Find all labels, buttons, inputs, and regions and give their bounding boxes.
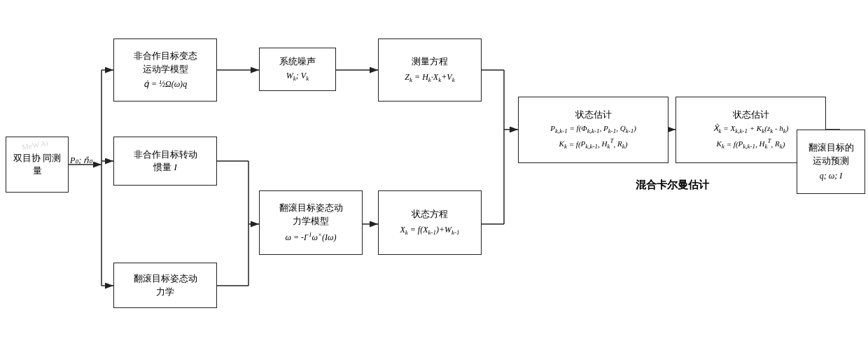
box-state-eq: 状态方程 Xk = f(Xk-1)+Wk-1	[378, 190, 482, 255]
mixed-kalman-title: 混合卡尔曼估计	[518, 179, 826, 192]
system-noise-formula: Wk; Vk	[286, 70, 309, 83]
box-system-noise: 系统噪声 Wk; Vk	[259, 48, 336, 91]
state-eq-formula: Xk = f(Xk-1)+Wk-1	[400, 224, 459, 237]
box-tumbling-attitude: 翻滚目标姿态动力学	[113, 263, 217, 308]
tumbling-attitude-title: 翻滚目标姿态动力学	[134, 272, 197, 298]
state-est2-title: 状态估计	[733, 109, 769, 121]
state-est2-formula1: X̂k = Xk,k-1 + Kk(zk - hk)	[713, 123, 789, 136]
box-state-est1: 状态估计 Pk,k-1 = f(Φk,k-1, Pk-1, Qk-1) Kk =…	[518, 97, 668, 163]
rotation-inertia-title: 非合作目标转动惯量 I	[134, 148, 197, 174]
prediction-title: 翻滚目标的运动预测	[808, 141, 854, 167]
state-est1-title: 状态估计	[575, 109, 612, 121]
measurement-eq-formula: Zk = Hk·Xk+Vk	[405, 71, 454, 85]
kinematics-title: 非合作目标变态运动学模型	[134, 50, 197, 75]
state-est1-formula1: Pk,k-1 = f(Φk,k-1, Pk-1, Qk-1)	[550, 123, 636, 136]
diagram: 双目协 同测量 P₀; n̄₀ 非合作目标变态运动学模型 q̇ = ½Ω(ω)q…	[0, 0, 868, 362]
state-est2-formula2: Kk = f(Pk,k-1, HkT, Rk)	[717, 137, 785, 151]
binocular-label: 双目协 同测量	[10, 152, 64, 177]
tumbling-dynamics-formula: ω = -I-1ω×(Iω)	[285, 230, 336, 244]
kinematics-formula: q̇ = ½Ω(ω)q	[144, 78, 187, 90]
box-tumbling-dynamics: 翻滚目标姿态动力学模型 ω = -I-1ω×(Iω)	[259, 190, 363, 255]
state-eq-title: 状态方程	[412, 208, 448, 221]
measurement-eq-title: 测量方程	[412, 55, 448, 68]
tumbling-dynamics-title: 翻滚目标姿态动力学模型	[279, 202, 343, 227]
label-p0n0: P₀; n̄₀	[70, 155, 92, 166]
box-measurement-eq: 测量方程 Zk = Hk·Xk+Vk	[378, 39, 482, 102]
system-noise-title: 系统噪声	[279, 55, 316, 68]
state-est1-formula2: Kk = f(Pk,k-1, HkT, Rk)	[559, 137, 628, 151]
box-rotation-inertia: 非合作目标转动惯量 I	[113, 137, 217, 186]
box-kinematics-model: 非合作目标变态运动学模型 q̇ = ½Ω(ω)q	[113, 39, 217, 102]
